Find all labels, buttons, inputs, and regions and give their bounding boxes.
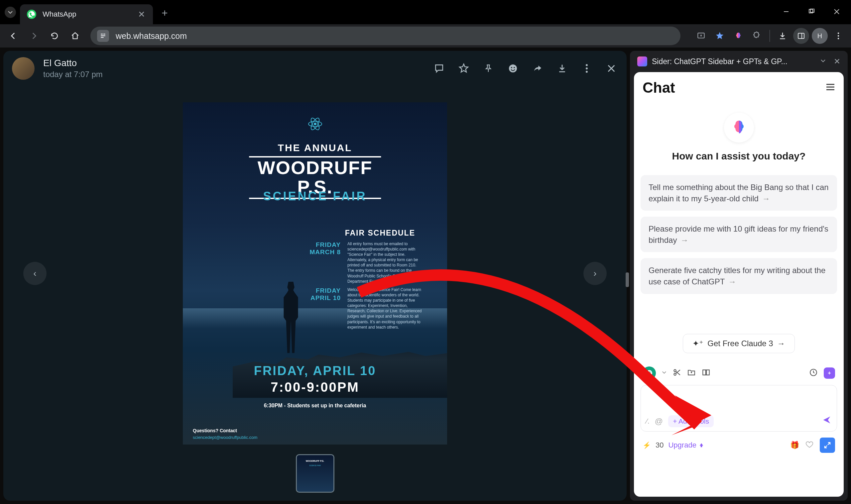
svg-point-12 [838,35,839,37]
new-tab-button[interactable]: + [162,7,168,19]
bookmark-button[interactable] [712,28,728,44]
tab-close-button[interactable]: ✕ [137,9,146,20]
at-icon[interactable]: @ [655,417,663,426]
poster-main-time: 7:00-9:00PM [183,380,447,395]
suggestion-item[interactable]: Tell me something about the Big Bang so … [641,175,837,211]
arrow-icon: → [728,277,736,286]
back-button[interactable] [5,27,22,44]
claude-pill-label: Get Free Claude 3 [707,339,773,348]
folder-icon[interactable] [687,368,696,378]
svg-rect-6 [101,35,105,36]
gift-icon[interactable]: 🎁 [790,441,799,450]
history-icon[interactable] [809,368,818,378]
tab-title: WhatsApp [42,10,137,19]
content-area: El Gatto today at 7:07 pm ‹ › [0,48,851,504]
svg-point-17 [586,64,588,66]
browser-menu-button[interactable] [830,28,846,44]
poster-setup-line: 6:30PM - Students set up in the cafeteri… [183,403,447,409]
sider-close-button[interactable]: ✕ [834,57,840,66]
thumb-mini-title: WOODRUFF P.S. [297,460,333,462]
next-media-button[interactable]: › [583,262,607,285]
toolbar-right: H [693,28,846,44]
svg-point-18 [586,68,588,69]
star-icon[interactable] [457,62,471,75]
add-tools-button[interactable]: + Add Tools [668,415,714,427]
pin-icon[interactable] [482,62,495,75]
panel-resize-handle[interactable] [626,272,629,287]
suggestion-item[interactable]: Please provide me with 10 gift ideas for… [641,217,837,252]
more-icon[interactable] [580,62,593,75]
thumb-mini-sub: SCIENCE FAIR [297,465,333,466]
sparkle-icon: ✦⁺ [692,339,704,348]
book-icon[interactable] [702,368,710,378]
upgrade-link[interactable]: Upgrade [668,441,704,450]
model-dropdown[interactable] [662,370,667,376]
svg-rect-5 [103,34,105,35]
brain-icon [724,113,754,143]
prev-media-button[interactable]: ‹ [23,262,47,285]
chat-input[interactable]: ⁄. @ + Add Tools [641,385,837,432]
close-icon[interactable] [605,62,618,75]
new-chat-button[interactable]: + [824,367,835,379]
maximize-button[interactable] [804,4,819,19]
chat-title: Chat [642,79,675,96]
emoji-icon[interactable] [506,62,519,75]
address-bar[interactable]: web.whatsapp.com [90,26,680,45]
heart-icon[interactable] [805,440,814,450]
sidepanel-button[interactable] [793,28,809,44]
welcome-block: How can I assist you today? [641,113,837,162]
scissors-icon[interactable] [673,368,681,378]
avatar-letter: H [817,32,822,40]
sider-panel: Sider: ChatGPT Sidebar + GPTs & GP... ✕ … [630,51,848,501]
install-app-button[interactable] [693,28,709,44]
browser-tab[interactable]: WhatsApp ✕ [20,4,153,24]
reload-button[interactable] [46,27,63,44]
home-button[interactable] [67,27,84,44]
media-content: ‹ › THE ANNUAL WOODRUFF P.S. SCIENCE FAI… [3,86,627,461]
arrow-icon: → [762,194,770,203]
downloads-button[interactable] [775,28,791,44]
browser-toolbar: web.whatsapp.com H [0,24,851,48]
suggestion-text: Tell me something about the Big Bang so … [649,183,829,203]
model-chip-icon[interactable] [642,366,656,380]
chat-menu-button[interactable] [826,84,835,92]
contact-timestamp: today at 7:07 pm [43,70,103,79]
media-thumbnail[interactable]: WOODRUFF P.S. SCIENCE FAIR [296,454,334,493]
suggestion-text: Please provide me with 10 gift ideas for… [649,224,828,245]
sider-body: Chat How can I assist you today? Tell me… [634,72,844,497]
svg-point-14 [509,65,517,72]
suggestion-item[interactable]: Generate five catchy titles for my writi… [641,258,837,294]
svg-point-15 [511,67,512,68]
forward-icon[interactable] [531,62,544,75]
contact-avatar[interactable] [12,57,35,80]
input-bottom-bar: ⁄. @ + Add Tools [646,415,831,427]
close-window-button[interactable] [829,4,844,19]
send-button[interactable] [822,415,831,427]
download-icon[interactable] [555,62,569,75]
svg-rect-4 [101,34,103,35]
profile-avatar[interactable]: H [812,28,828,44]
minimize-button[interactable] [779,4,794,19]
sider-header: Sider: ChatGPT Sidebar + GPTs & GP... ✕ [630,51,848,72]
message-icon[interactable] [432,62,446,75]
svg-point-20 [314,123,317,125]
science-fair-poster[interactable]: THE ANNUAL WOODRUFF P.S. SCIENCE FAIR FA… [183,102,447,445]
contact-info: El Gatto today at 7:07 pm [43,58,103,79]
sider-dropdown-button[interactable] [817,58,829,65]
claude-offer-button[interactable]: ✦⁺ Get Free Claude 3 → [683,334,795,353]
sider-extension-icon[interactable] [730,28,746,44]
extensions-button[interactable] [749,28,765,44]
forward-button[interactable] [25,27,42,44]
poster-main-date: FRIDAY, APRIL 10 [183,364,447,378]
schedule-body-2: Welcome to the Science Fair! Come learn … [348,287,424,330]
svg-rect-7 [101,37,103,38]
slash-icon[interactable]: ⁄. [646,417,650,426]
site-info-icon[interactable] [97,30,109,42]
tabs-dropdown-button[interactable] [5,7,16,18]
schedule-heading: FAIR SCHEDULE [345,229,415,237]
expand-button[interactable] [820,437,835,453]
sider-title: Sider: ChatGPT Sidebar + GPTs & GP... [652,57,812,66]
poster-footer-q: Questions? Contact [193,428,237,433]
bolt-icon: ⚡ [642,441,651,449]
svg-rect-9 [798,33,804,38]
